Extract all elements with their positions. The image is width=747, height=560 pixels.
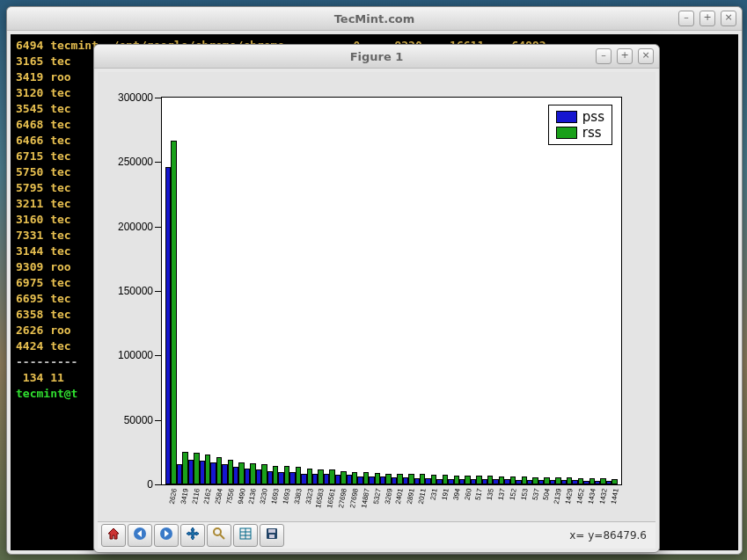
bar-group xyxy=(347,98,358,484)
bar-group xyxy=(210,98,222,484)
legend-swatch-pss xyxy=(556,111,577,123)
x-tick-label: 191 xyxy=(440,488,450,501)
x-tick-label: 16561 xyxy=(326,488,337,508)
x-tick-label: 2584 xyxy=(214,488,224,505)
legend-label-rss: rss xyxy=(582,125,602,141)
back-button[interactable] xyxy=(128,524,152,547)
bar-group xyxy=(369,98,380,484)
x-tick-label: 2139 xyxy=(553,488,563,505)
subplots-button[interactable] xyxy=(233,524,258,547)
bar-group xyxy=(188,98,200,484)
svg-rect-10 xyxy=(269,535,275,538)
configure-icon xyxy=(238,527,253,544)
x-tick-label: 1693 xyxy=(282,488,292,505)
x-tick-label: 137 xyxy=(497,488,507,501)
zoom-button[interactable] xyxy=(207,524,231,547)
terminal-title: TecMint.com xyxy=(7,12,742,25)
forward-button[interactable] xyxy=(154,524,179,547)
y-tick xyxy=(155,420,162,421)
bar-group xyxy=(459,98,471,484)
y-tick xyxy=(155,98,162,98)
x-tick-label: 27698 xyxy=(348,488,360,508)
home-icon xyxy=(106,527,121,544)
x-tick-label: 1429 xyxy=(564,488,575,505)
x-tick-label: 504 xyxy=(542,488,552,501)
svg-line-3 xyxy=(220,535,224,539)
x-tick-label: 517 xyxy=(474,488,484,501)
y-tick-label: 250000 xyxy=(118,156,153,168)
x-tick-label: 2011 xyxy=(417,488,428,505)
figure-window: Figure 1 – + × 0500001000001500002000002… xyxy=(93,44,660,553)
legend-swatch-rss xyxy=(556,127,577,139)
zoom-icon xyxy=(212,527,226,544)
bar-group xyxy=(595,98,606,484)
bar-rss xyxy=(612,479,617,484)
x-tick-label: 394 xyxy=(451,488,461,501)
x-tick-label: 2626 xyxy=(168,488,179,505)
x-tick-label: 231 xyxy=(429,488,439,501)
terminal-minimize-button[interactable]: – xyxy=(678,11,694,26)
terminal-close-button[interactable]: × xyxy=(721,11,736,26)
bar-group xyxy=(200,98,211,484)
bar-group xyxy=(222,98,233,484)
bar-group xyxy=(245,98,256,484)
x-tick-label: 3419 xyxy=(179,488,190,505)
bar-group xyxy=(516,98,527,484)
x-tick-label: 3323 xyxy=(304,488,315,505)
figure-canvas: 050000100000150000200000250000300000 262… xyxy=(98,72,655,521)
figure-close-button[interactable]: × xyxy=(638,48,654,64)
terminal-titlebar: TecMint.com – + × xyxy=(7,7,742,31)
x-tick-label: 1441 xyxy=(609,488,619,505)
save-icon xyxy=(265,527,279,544)
bar-group xyxy=(278,98,289,484)
bars-container xyxy=(162,98,621,484)
bar-group xyxy=(550,98,561,484)
x-tick-label: 135 xyxy=(486,488,495,501)
x-tick-label: 1693 xyxy=(270,488,281,505)
bar-group xyxy=(436,98,448,484)
legend-label-pss: pss xyxy=(582,109,604,125)
bar-group xyxy=(583,98,595,484)
x-tick-label: 7556 xyxy=(225,488,236,505)
arrow-left-icon xyxy=(133,527,147,544)
x-tick-label: 5327 xyxy=(372,488,383,505)
bar-group xyxy=(448,98,459,484)
bar-group xyxy=(267,98,279,484)
bar-group xyxy=(301,98,312,484)
bar-group xyxy=(289,98,301,484)
bar-group xyxy=(324,98,335,484)
bar-group xyxy=(165,98,177,484)
bar-group xyxy=(392,98,403,484)
x-tick-label: 2136 xyxy=(247,488,258,505)
x-tick-label: 260 xyxy=(463,488,472,501)
figure-toolbar: x= y=86479.6 xyxy=(98,521,655,549)
bar-group xyxy=(425,98,436,484)
bar-group xyxy=(357,98,369,484)
bar-group xyxy=(414,98,426,484)
y-tick-label: 200000 xyxy=(118,221,153,233)
figure-titlebar: Figure 1 – + × xyxy=(94,45,659,69)
save-button[interactable] xyxy=(260,524,284,547)
bar-group xyxy=(606,98,618,484)
figure-minimize-button[interactable]: – xyxy=(596,48,612,64)
x-tick-label: 14887 xyxy=(360,488,371,508)
y-tick xyxy=(155,227,162,228)
x-tick-label: 152 xyxy=(509,488,518,501)
x-tick-label: 16583 xyxy=(315,488,326,508)
bar-group xyxy=(403,98,414,484)
bar-group xyxy=(493,98,504,484)
terminal-maximize-button[interactable]: + xyxy=(699,11,715,26)
figure-maximize-button[interactable]: + xyxy=(617,48,633,64)
bar-group xyxy=(572,98,583,484)
arrow-right-icon xyxy=(159,527,173,544)
x-tick-label: 2162 xyxy=(202,488,213,505)
x-tick-label: 3269 xyxy=(383,488,393,505)
home-button[interactable] xyxy=(101,524,126,547)
bar-group xyxy=(504,98,516,484)
x-tick-label: 537 xyxy=(531,488,540,501)
legend-entry-pss: pss xyxy=(556,109,604,125)
y-tick xyxy=(155,291,162,292)
bar-group xyxy=(256,98,267,484)
chart-legend: pss rss xyxy=(548,105,612,145)
pan-button[interactable] xyxy=(180,524,205,547)
